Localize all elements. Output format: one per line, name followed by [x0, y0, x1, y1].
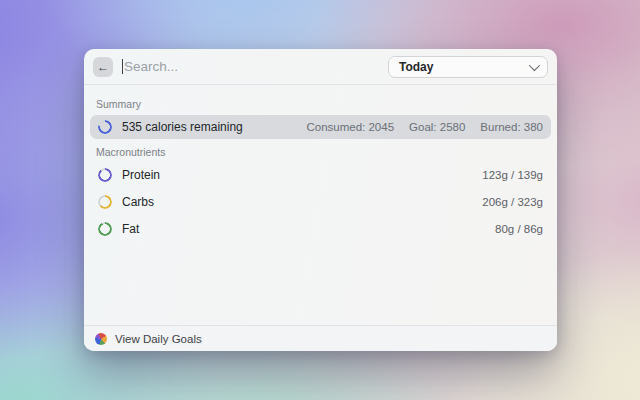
macro-row-value: 123g / 139g [482, 169, 543, 181]
macro-row-value: 206g / 323g [482, 196, 543, 208]
section-header-summary: Summary [96, 98, 545, 110]
back-arrow-icon: ← [97, 61, 109, 73]
launcher-window: ← Today Summary 535 calories remaining C… [84, 49, 557, 351]
carbs-progress-ring-icon [98, 195, 112, 209]
section-header-macronutrients: Macronutrients [96, 146, 545, 158]
fat-progress-ring-icon [98, 222, 112, 236]
macro-row-value: 80g / 86g [495, 223, 543, 235]
search-input[interactable] [124, 59, 379, 74]
text-cursor [122, 59, 123, 74]
search-field-wrap [122, 49, 379, 84]
macro-row-protein[interactable]: Protein 123g / 139g [90, 163, 551, 187]
protein-progress-ring-icon [98, 168, 112, 182]
macro-row-label: Carbs [122, 195, 472, 209]
date-dropdown-value: Today [399, 60, 433, 74]
results-list: Summary 535 calories remaining Consumed:… [84, 85, 557, 325]
primary-action-label[interactable]: View Daily Goals [115, 333, 202, 345]
consumed-value: Consumed: 2045 [306, 121, 394, 133]
burned-value: Burned: 380 [480, 121, 543, 133]
chevron-down-icon [529, 59, 540, 70]
macro-row-label: Fat [122, 222, 485, 236]
macro-row-label: Protein [122, 168, 472, 182]
nutrition-app-icon [95, 333, 107, 345]
summary-accessories: Consumed: 2045 Goal: 2580 Burned: 380 [306, 121, 543, 133]
macro-row-carbs[interactable]: Carbs 206g / 323g [90, 190, 551, 214]
goal-value: Goal: 2580 [409, 121, 465, 133]
macro-row-fat[interactable]: Fat 80g / 86g [90, 217, 551, 241]
action-bar: View Daily Goals [84, 325, 557, 351]
date-dropdown[interactable]: Today [388, 56, 548, 78]
back-button[interactable]: ← [93, 57, 113, 77]
summary-row-title: 535 calories remaining [122, 120, 296, 134]
summary-row-calories-remaining[interactable]: 535 calories remaining Consumed: 2045 Go… [90, 115, 551, 139]
calories-progress-ring-icon [98, 120, 112, 134]
search-bar: ← Today [84, 49, 557, 85]
